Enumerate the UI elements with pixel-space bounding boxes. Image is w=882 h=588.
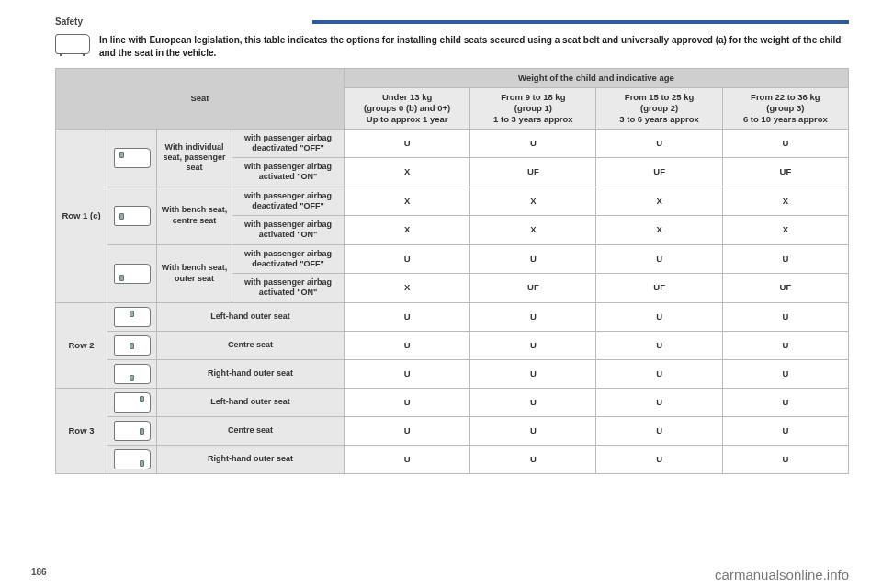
airbag-state: with passenger airbag deactivated "OFF" [232, 129, 345, 158]
cell-value: U [596, 388, 722, 416]
cell-value: X [470, 187, 596, 216]
cell-value: U [722, 302, 848, 331]
cell-value: U [722, 416, 848, 445]
seat-diagram-icon [107, 416, 157, 445]
seat-desc: Left-hand outer seat [157, 388, 345, 416]
header-rule [312, 20, 849, 24]
seat-diagram-icon [107, 359, 157, 388]
hdr-col-0-sub2: Up to approx 1 year [348, 114, 466, 125]
row2-label: Row 2 [56, 302, 107, 388]
seat-diagram-icon [107, 129, 157, 187]
page-number: 186 [31, 567, 47, 577]
cell-value: U [470, 244, 596, 274]
airbag-state: with passenger airbag deactivated "OFF" [232, 187, 345, 216]
cell-value: U [596, 416, 722, 445]
seat-diagram-icon [107, 187, 157, 244]
table-row: Right-hand outer seat U U U U [56, 359, 849, 388]
cell-value: X [345, 216, 470, 245]
cell-value: X [345, 158, 470, 187]
intro-text: In line with European legislation, this … [99, 34, 849, 59]
seat-desc: With individual seat, passenger seat [157, 129, 232, 187]
seat-diagram-icon [107, 445, 157, 473]
seat-desc: With bench seat, centre seat [157, 187, 232, 244]
cell-value: U [470, 129, 596, 158]
watermark: carmanualsonline.info [715, 567, 849, 582]
cell-value: UF [722, 158, 848, 187]
hdr-col-2-title: From 15 to 25 kg [600, 92, 718, 103]
hdr-col-0: Under 13 kg (groups 0 (b) and 0+) Up to … [345, 87, 470, 129]
table-row: Right-hand outer seat U U U U [56, 445, 849, 473]
cell-value: U [596, 445, 722, 473]
seat-desc: Centre seat [157, 331, 345, 359]
hdr-col-1-title: From 9 to 18 kg [474, 92, 592, 103]
row3-label: Row 3 [56, 388, 107, 473]
seat-desc: Right-hand outer seat [157, 445, 345, 473]
cell-value: U [345, 445, 470, 473]
cell-value: X [470, 216, 596, 245]
cell-value: UF [470, 158, 596, 187]
hdr-col-2: From 15 to 25 kg (group 2) 3 to 6 years … [596, 87, 722, 129]
cell-value: U [470, 445, 596, 473]
cell-value: U [345, 359, 470, 388]
table-row: Row 1 (c) With individual seat, passenge… [56, 129, 849, 158]
cell-value: UF [470, 274, 596, 303]
hdr-col-0-sub1: (groups 0 (b) and 0+) [348, 103, 466, 114]
seat-desc: Left-hand outer seat [157, 302, 345, 331]
seat-desc: Centre seat [157, 416, 345, 445]
cell-value: U [596, 359, 722, 388]
table-row: Centre seat U U U U [56, 416, 849, 445]
cell-value: UF [596, 158, 722, 187]
cell-value: U [470, 331, 596, 359]
cell-value: U [345, 331, 470, 359]
cell-value: U [596, 129, 722, 158]
hdr-col-1-sub2: 1 to 3 years approx [474, 114, 592, 125]
hdr-col-3-sub2: 6 to 10 years approx [727, 114, 844, 125]
cell-value: U [470, 388, 596, 416]
cell-value: X [596, 187, 722, 216]
cell-value: U [596, 331, 722, 359]
airbag-state: with passenger airbag deactivated "OFF" [232, 244, 345, 274]
cell-value: U [722, 445, 848, 473]
hdr-col-1-sub1: (group 1) [474, 103, 592, 114]
table-row: With bench seat, outer seat with passeng… [56, 244, 849, 274]
cell-value: X [596, 216, 722, 245]
cell-value: UF [722, 274, 848, 303]
airbag-state: with passenger airbag activated "ON" [232, 216, 345, 245]
cell-value: U [722, 388, 848, 416]
cell-value: U [596, 244, 722, 274]
cell-value: U [470, 302, 596, 331]
cell-value: U [345, 302, 470, 331]
cell-value: U [345, 416, 470, 445]
hdr-weight-title: Weight of the child and indicative age [345, 69, 849, 88]
hdr-col-2-sub1: (group 2) [600, 103, 718, 114]
hdr-col-1: From 9 to 18 kg (group 1) 1 to 3 years a… [470, 87, 596, 129]
hdr-col-3: From 22 to 36 kg (group 3) 6 to 10 years… [722, 87, 848, 129]
seat-diagram-icon [107, 331, 157, 359]
table-row: With bench seat, centre seat with passen… [56, 187, 849, 216]
child-seat-table: Seat Weight of the child and indicative … [55, 68, 849, 474]
cell-value: U [722, 129, 848, 158]
hdr-col-3-sub1: (group 3) [727, 103, 844, 114]
airbag-state: with passenger airbag activated "ON" [232, 158, 345, 187]
van-icon [55, 34, 90, 54]
airbag-state: with passenger airbag activated "ON" [232, 274, 345, 303]
cell-value: X [345, 274, 470, 303]
cell-value: U [722, 244, 848, 274]
cell-value: U [345, 244, 470, 274]
cell-value: X [722, 216, 848, 245]
cell-value: U [722, 331, 848, 359]
cell-value: U [470, 416, 596, 445]
cell-value: X [722, 187, 848, 216]
row1-label: Row 1 (c) [56, 129, 107, 302]
hdr-col-3-title: From 22 to 36 kg [727, 92, 844, 103]
seat-desc: With bench seat, outer seat [157, 244, 232, 302]
seat-diagram-icon [107, 244, 157, 302]
table-row: Row 2 Left-hand outer seat U U U U [56, 302, 849, 331]
cell-value: U [345, 388, 470, 416]
seat-desc: Right-hand outer seat [157, 359, 345, 388]
cell-value: UF [596, 274, 722, 303]
hdr-seat: Seat [56, 69, 345, 130]
cell-value: U [470, 359, 596, 388]
seat-diagram-icon [107, 388, 157, 416]
cell-value: U [345, 129, 470, 158]
